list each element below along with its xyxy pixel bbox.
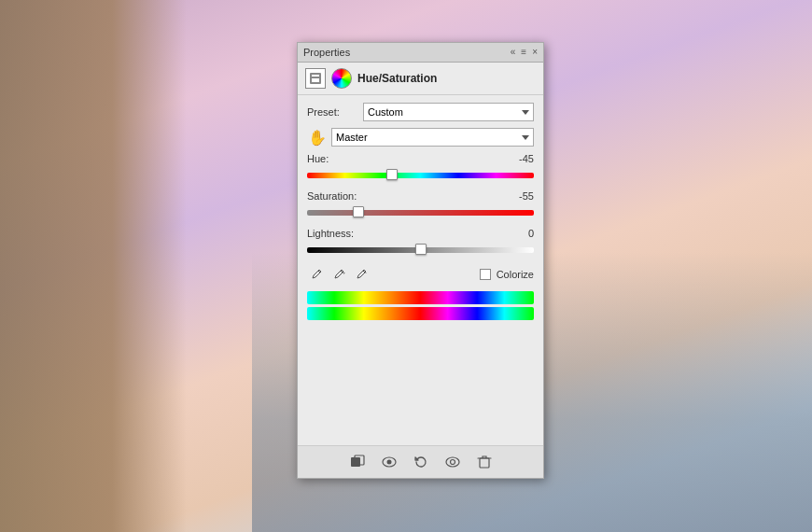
- panel-content: Preset: Custom Default Cyanotype Sepia I…: [298, 95, 543, 445]
- saturation-row: Saturation: -55: [307, 190, 534, 202]
- add-mask-button[interactable]: [347, 452, 368, 472]
- eyedropper-group: + -: [307, 265, 371, 284]
- eyedropper-button[interactable]: [307, 265, 326, 284]
- lightness-slider[interactable]: [307, 241, 534, 258]
- subtract-sample-button[interactable]: -: [352, 265, 371, 284]
- panel-title: Properties: [303, 47, 350, 58]
- color-bar-top: [307, 291, 534, 304]
- svg-point-12: [446, 457, 459, 467]
- view-button[interactable]: [379, 452, 399, 472]
- lightness-row: Lightness: 0: [307, 228, 534, 239]
- bg-tower: [0, 0, 187, 532]
- hue-saturation-icon: [331, 68, 352, 89]
- delete-button[interactable]: [474, 452, 495, 472]
- visibility-button[interactable]: [442, 452, 463, 472]
- panel-menu-button[interactable]: ≡: [521, 48, 526, 57]
- svg-rect-14: [480, 458, 489, 468]
- preset-row: Preset: Custom Default Cyanotype Sepia I…: [307, 103, 534, 121]
- panel-header-title: Hue/Saturation: [357, 72, 437, 85]
- color-bars: [307, 291, 534, 320]
- saturation-track: [307, 210, 534, 216]
- hue-value: -45: [506, 153, 534, 164]
- saturation-value: -55: [506, 190, 534, 202]
- lightness-thumb[interactable]: [415, 244, 427, 255]
- channel-row: ✋ Master Reds Yellows Greens Cyans Blues…: [307, 127, 534, 147]
- color-bar-bottom: [307, 307, 534, 320]
- collapse-button[interactable]: «: [511, 48, 516, 57]
- colorize-checkbox[interactable]: [480, 269, 491, 280]
- svg-text:+: +: [343, 270, 345, 275]
- lightness-value: 0: [506, 228, 534, 239]
- saturation-thumb[interactable]: [353, 206, 364, 217]
- svg-point-11: [386, 460, 391, 465]
- svg-rect-1: [312, 75, 319, 77]
- panel-header: Hue/Saturation: [298, 63, 543, 95]
- hue-thumb[interactable]: [386, 169, 398, 180]
- panel-titlebar: Properties « ≡ ×: [298, 43, 543, 63]
- add-sample-button[interactable]: +: [329, 265, 348, 284]
- svg-text:-: -: [365, 270, 367, 275]
- panel-footer: [298, 445, 543, 478]
- empty-area: [307, 326, 534, 438]
- reset-button[interactable]: [411, 452, 431, 472]
- colorize-label[interactable]: Colorize: [497, 269, 534, 280]
- hue-section: Hue: -45: [307, 153, 534, 183]
- saturation-label: Saturation:: [307, 190, 357, 202]
- saturation-section: Saturation: -55: [307, 190, 534, 220]
- lightness-label: Lightness:: [307, 228, 354, 239]
- hue-label: Hue:: [307, 153, 329, 164]
- lightness-section: Lightness: 0: [307, 228, 534, 258]
- layer-icon: [305, 68, 326, 89]
- panel-close-button[interactable]: ×: [532, 48, 538, 57]
- saturation-slider[interactable]: [307, 203, 534, 220]
- channel-select[interactable]: Master Reds Yellows Greens Cyans Blues M…: [331, 128, 534, 147]
- hand-tool-icon[interactable]: ✋: [307, 127, 328, 147]
- hue-track: [307, 173, 534, 178]
- panel-title-controls: « ≡ ×: [511, 48, 538, 57]
- preset-label: Preset:: [307, 106, 363, 118]
- colorize-row: + - Colorize: [307, 265, 534, 284]
- svg-rect-2: [312, 78, 319, 82]
- preset-select[interactable]: Custom Default Cyanotype Sepia Increase …: [363, 103, 534, 121]
- properties-panel: Properties « ≡ × Hue/Saturation Preset: …: [297, 42, 544, 479]
- hue-row: Hue: -45: [307, 153, 534, 164]
- svg-point-13: [450, 460, 455, 465]
- hue-slider[interactable]: [307, 166, 534, 183]
